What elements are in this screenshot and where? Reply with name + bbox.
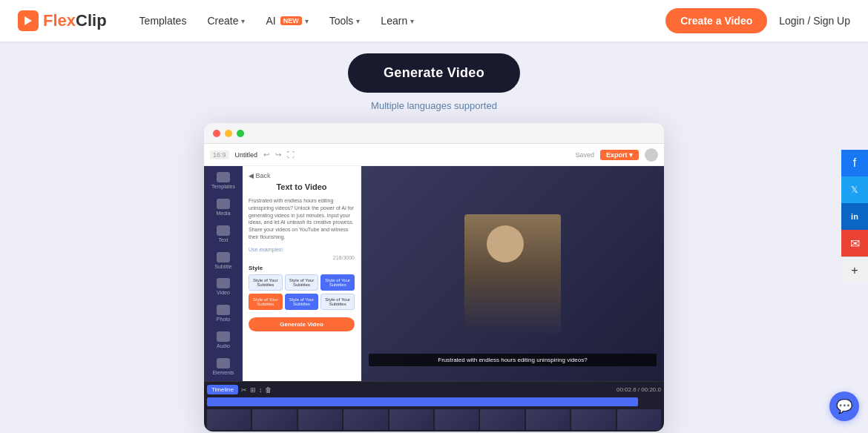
style-item-3[interactable]: Style of Your Subtitles: [320, 274, 355, 291]
thumb-8: [526, 409, 570, 430]
generate-video-button[interactable]: Generate Video: [348, 53, 520, 93]
social-twitter-button[interactable]: 𝕏: [841, 176, 868, 203]
export-button[interactable]: Export ▾: [600, 150, 639, 160]
char-counter: 218/3000: [249, 255, 355, 260]
undo-icon[interactable]: ↩: [263, 151, 269, 159]
linkedin-icon: in: [851, 212, 858, 221]
email-icon: ✉: [850, 237, 860, 251]
fullscreen-icon[interactable]: ⛶: [287, 151, 295, 159]
timecode: 00:02.6 / 00:20.0: [617, 386, 661, 393]
sidebar-item-elements[interactable]: Elements: [210, 357, 237, 375]
sidebar-item-text[interactable]: Text: [210, 225, 237, 243]
panel-input-text[interactable]: Frustrated with endless hours editing un…: [249, 197, 355, 241]
style-grid: Style of Your Subtitles Style of Your Su…: [249, 274, 355, 291]
timeline-toolbar: Timeline ✂ ⊞ ↕ 🗑 00:02.6 / 00:20.0: [207, 385, 661, 394]
chat-support-button[interactable]: 💬: [829, 391, 859, 421]
mockup-titlebar: [204, 123, 664, 144]
svg-marker-0: [24, 16, 32, 25]
sidebar-item-media[interactable]: Media: [210, 199, 237, 216]
logo-text: FlexClip: [43, 11, 107, 30]
thumb-10: [617, 409, 661, 430]
video-preview: 🔊 100% ▾ Transform Filter Adjust Speed 🗑…: [361, 166, 664, 381]
nav-learn[interactable]: Learn ▾: [372, 10, 423, 31]
style-item-1[interactable]: Style of Your Subtitles: [249, 274, 283, 291]
mockup-topbar: 16:9 Untitled ↩ ↪ ⛶ Saved Export ▾: [204, 144, 664, 166]
create-video-button[interactable]: Create a Video: [665, 8, 767, 33]
chevron-down-icon: ▾: [356, 17, 360, 25]
thumb-4: [343, 409, 387, 430]
editor-sidebar: Templates Media Text Subtitle Video: [204, 166, 243, 381]
thumb-6: [435, 409, 479, 430]
logo-icon: [18, 10, 39, 31]
thumb-1: [207, 409, 251, 430]
nav-templates[interactable]: Templates: [131, 10, 196, 31]
style-item-2[interactable]: Style of Your Subtitles: [285, 274, 319, 291]
avatar: [645, 148, 658, 162]
social-more-button[interactable]: +: [841, 257, 868, 283]
login-button[interactable]: Login / Sign Up: [779, 15, 850, 27]
logo[interactable]: FlexClip: [18, 10, 107, 31]
nav-right: Create a Video Login / Sign Up: [665, 8, 850, 33]
back-button[interactable]: ◀ Back: [249, 172, 355, 179]
sidebar-item-templates[interactable]: Templates: [210, 172, 237, 190]
use-examples-link[interactable]: Use examples!: [249, 247, 355, 252]
video-caption-text: Frustrated with endless hours editing un…: [369, 354, 657, 366]
subtitle-text: Multiple languages supported: [371, 100, 497, 111]
timeline-icon-2[interactable]: ⊞: [250, 386, 256, 394]
style-item-4[interactable]: Style of Your Subtitles: [249, 294, 283, 310]
twitter-icon: 𝕏: [851, 185, 858, 195]
chevron-down-icon: ▾: [410, 17, 414, 25]
sidebar-item-subtitle[interactable]: Subtitle: [210, 251, 237, 269]
new-badge: NEW: [280, 16, 302, 25]
chevron-down-icon: ▾: [305, 17, 309, 25]
sidebar-item-photo[interactable]: Photo: [210, 305, 237, 323]
video-canvas: Frustrated with endless hours editing un…: [361, 166, 664, 381]
timeline-label: Timeline: [207, 385, 238, 394]
timeline-thumbnails: [207, 409, 661, 430]
scissors-icon[interactable]: ✂: [241, 386, 247, 394]
sidebar-item-audio[interactable]: Audio: [210, 331, 237, 349]
plus-icon: +: [851, 264, 858, 277]
maximize-dot: [237, 130, 244, 137]
redo-icon[interactable]: ↪: [275, 151, 281, 159]
style-label: Style: [249, 265, 355, 271]
navbar: FlexClip Templates Create ▾ AI NEW ▾ Too…: [0, 0, 868, 42]
project-title: Untitled: [235, 151, 258, 159]
timeline-clip-bar[interactable]: [207, 397, 638, 406]
text-to-video-panel: ◀ Back Text to Video Frustrated with end…: [243, 166, 361, 381]
minimize-dot: [225, 130, 232, 137]
thumb-3: [298, 409, 342, 430]
timeline-icon-3[interactable]: ↕: [259, 386, 263, 394]
saved-status: Saved: [575, 151, 594, 159]
trash-icon[interactable]: 🗑: [265, 386, 272, 394]
style-grid-2: Style of Your Subtitles Style of Your Su…: [249, 294, 355, 310]
aspect-ratio-label: 16:9: [210, 151, 229, 159]
thumb-7: [480, 409, 524, 430]
generate-small-button[interactable]: Generate Video: [249, 317, 355, 331]
style-item-5[interactable]: Style of Your Subtitles: [285, 294, 319, 310]
nav-ai[interactable]: AI NEW ▾: [257, 10, 317, 31]
panel-title: Text to Video: [249, 182, 355, 191]
social-email-button[interactable]: ✉: [841, 230, 868, 257]
nav-tools[interactable]: Tools ▾: [320, 10, 369, 31]
sidebar-item-video[interactable]: Video: [210, 278, 237, 296]
chevron-down-icon: ▾: [241, 17, 245, 25]
thumb-2: [252, 409, 296, 430]
mockup-body: Templates Media Text Subtitle Video: [204, 166, 664, 381]
thumb-9: [571, 409, 615, 430]
nav-links: Templates Create ▾ AI NEW ▾ Tools ▾ Lear…: [131, 10, 666, 31]
social-sidebar: f 𝕏 in ✉ +: [841, 150, 868, 283]
social-facebook-button[interactable]: f: [841, 150, 868, 176]
style-item-6[interactable]: Style of Your Subtitles: [320, 294, 355, 310]
chat-icon: 💬: [836, 398, 852, 414]
facebook-icon: f: [853, 156, 856, 170]
close-dot: [213, 130, 220, 137]
video-person-thumbnail: [464, 214, 561, 333]
thumb-5: [389, 409, 433, 430]
editor-mockup: 16:9 Untitled ↩ ↪ ⛶ Saved Export ▾ Templ…: [204, 123, 664, 432]
main-content: Generate Video Multiple languages suppor…: [0, 42, 868, 432]
timeline: Timeline ✂ ⊞ ↕ 🗑 00:02.6 / 00:20.0: [204, 381, 664, 432]
social-linkedin-button[interactable]: in: [841, 203, 868, 230]
nav-create[interactable]: Create ▾: [198, 10, 254, 31]
